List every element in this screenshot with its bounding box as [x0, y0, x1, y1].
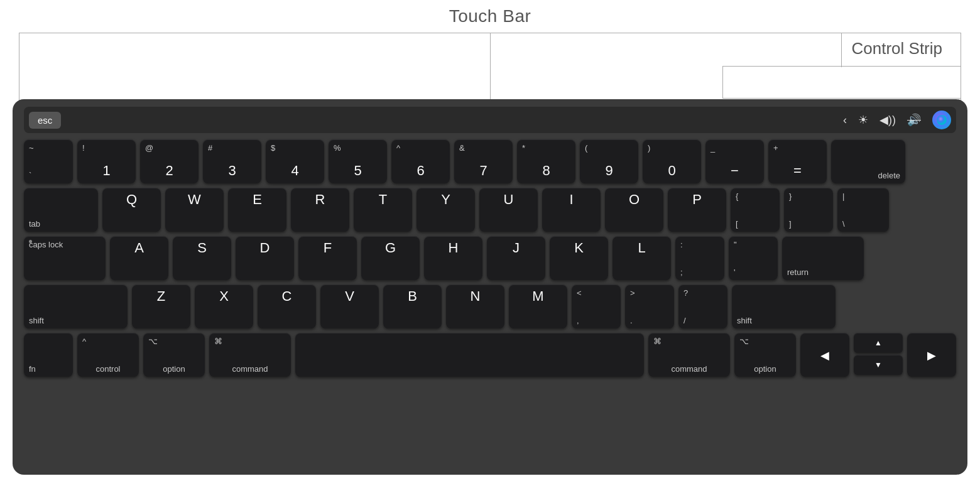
keyboard: esc ‹ ☀ ◀)) 🔊	[13, 99, 967, 475]
key-9[interactable]: ( 9	[580, 139, 638, 183]
key-5[interactable]: % 5	[329, 139, 387, 183]
tb-brightness-icon[interactable]: ☀	[858, 113, 868, 127]
key-k[interactable]: K	[550, 236, 608, 280]
tb-volume-icon[interactable]: ◀))	[879, 113, 896, 127]
bottom-row: fn ^ control ⌥ option ⌘ command ⌘ comman…	[24, 333, 956, 377]
tb-mute-icon[interactable]: 🔊	[907, 113, 921, 127]
key-3[interactable]: # 3	[203, 139, 261, 183]
key-f[interactable]: F	[298, 236, 357, 280]
key-minus[interactable]: _ −	[705, 139, 764, 183]
key-y[interactable]: Y	[416, 188, 475, 232]
siri-icon	[936, 114, 947, 126]
touch-bar-bracket-left	[19, 33, 19, 105]
key-period[interactable]: > .	[625, 284, 674, 328]
key-o[interactable]: O	[605, 188, 663, 232]
key-space[interactable]	[295, 333, 644, 377]
key-q[interactable]: Q	[102, 188, 161, 232]
key-shift-right[interactable]: shift	[732, 284, 836, 328]
key-tilde[interactable]: ~ `	[24, 139, 73, 183]
key-tab[interactable]: tab	[24, 188, 98, 232]
esc-key[interactable]: esc	[29, 112, 61, 129]
key-w[interactable]: W	[165, 188, 224, 232]
key-g[interactable]: G	[361, 236, 420, 280]
key-c[interactable]: C	[258, 284, 316, 328]
control-strip-label: Control Strip	[852, 39, 943, 58]
key-0[interactable]: ) 0	[643, 139, 701, 183]
touch-bar-label: Touch Bar	[449, 6, 531, 26]
key-j[interactable]: J	[487, 236, 545, 280]
key-rows: ~ ` ! 1 @ 2 # 3 $ 4 % 5	[24, 139, 956, 377]
key-semicolon[interactable]: : ;	[675, 236, 724, 280]
key-arrow-right[interactable]: ▶	[907, 333, 956, 377]
key-option-left[interactable]: ⌥ option	[143, 333, 205, 377]
tb-chevron-icon[interactable]: ‹	[843, 114, 847, 127]
key-r[interactable]: R	[291, 188, 349, 232]
key-p[interactable]: P	[668, 188, 726, 232]
zxcv-row: shift Z X C V B N M < , > . ? / shift	[24, 284, 956, 328]
key-return[interactable]: return	[782, 236, 864, 280]
key-equals[interactable]: + =	[768, 139, 827, 183]
key-delete[interactable]: delete	[831, 139, 905, 183]
key-comma[interactable]: < ,	[572, 284, 621, 328]
key-command-right[interactable]: ⌘ command	[648, 333, 730, 377]
key-arrow-up[interactable]: ▲	[854, 333, 903, 353]
touchbar-row: esc ‹ ☀ ◀)) 🔊	[24, 107, 956, 133]
key-control-left[interactable]: ^ control	[77, 333, 139, 377]
control-strip-line-left	[841, 33, 842, 67]
key-backslash[interactable]: | \	[837, 188, 889, 232]
key-close-bracket[interactable]: } ]	[784, 188, 833, 232]
key-fn[interactable]: fn	[24, 333, 73, 377]
number-row: ~ ` ! 1 @ 2 # 3 $ 4 % 5	[24, 139, 956, 183]
svg-point-0	[937, 115, 947, 125]
key-i[interactable]: I	[542, 188, 601, 232]
key-open-bracket[interactable]: { [	[731, 188, 780, 232]
key-a[interactable]: A	[110, 236, 168, 280]
key-s[interactable]: S	[173, 236, 231, 280]
touch-bar-line	[490, 33, 491, 105]
key-8[interactable]: * 8	[517, 139, 575, 183]
key-arrow-down[interactable]: ▼	[854, 355, 903, 375]
key-d[interactable]: D	[236, 236, 294, 280]
key-option-right[interactable]: ⌥ option	[734, 333, 796, 377]
qwerty-row: tab Q W E R T Y U I O P { [ } ] | \	[24, 188, 956, 232]
key-u[interactable]: U	[479, 188, 538, 232]
key-caps-lock[interactable]: caps lock	[24, 236, 106, 280]
key-6[interactable]: ^ 6	[391, 139, 450, 183]
key-shift-left[interactable]: shift	[24, 284, 128, 328]
key-4[interactable]: $ 4	[266, 139, 324, 183]
key-n[interactable]: N	[446, 284, 504, 328]
key-quote[interactable]: " '	[729, 236, 778, 280]
key-t[interactable]: T	[354, 188, 412, 232]
key-l[interactable]: L	[612, 236, 671, 280]
key-1[interactable]: ! 1	[77, 139, 136, 183]
key-z[interactable]: Z	[132, 284, 190, 328]
key-slash[interactable]: ? /	[678, 284, 727, 328]
key-command-left[interactable]: ⌘ command	[209, 333, 291, 377]
key-7[interactable]: & 7	[454, 139, 513, 183]
caps-lock-indicator	[29, 240, 32, 243]
key-arrow-left[interactable]: ◀	[800, 333, 849, 377]
arrows-up-down: ▲ ▼	[854, 333, 903, 377]
key-2[interactable]: @ 2	[140, 139, 199, 183]
tb-siri-button[interactable]	[932, 111, 951, 129]
key-m[interactable]: M	[509, 284, 567, 328]
key-e[interactable]: E	[228, 188, 286, 232]
key-x[interactable]: X	[195, 284, 253, 328]
asdf-row: caps lock A S D F G H J K L : ; " ' retu…	[24, 236, 956, 280]
touchbar-controls: ‹ ☀ ◀)) 🔊	[843, 111, 951, 129]
key-b[interactable]: B	[383, 284, 442, 328]
key-v[interactable]: V	[320, 284, 379, 328]
key-h[interactable]: H	[424, 236, 482, 280]
control-strip-box	[722, 66, 961, 99]
